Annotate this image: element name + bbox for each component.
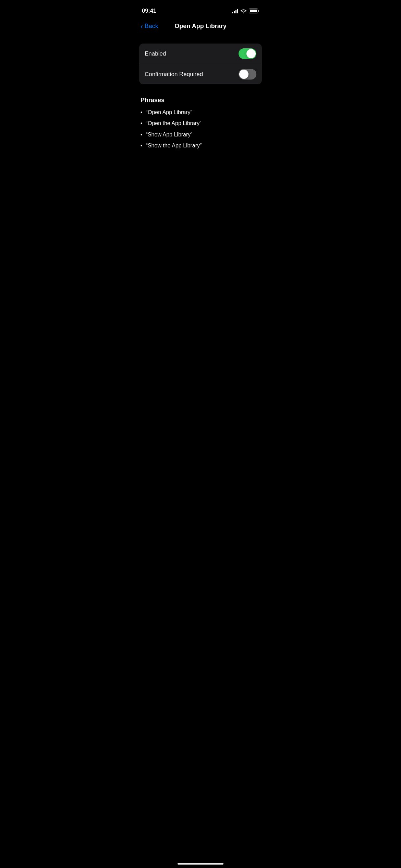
signal-bar-4 (237, 9, 238, 13)
back-label: Back (145, 23, 158, 30)
status-bar: 09:41 100 (134, 0, 267, 17)
phrases-title: Phrases (141, 97, 260, 104)
list-item: • “Show the App Library” (141, 142, 260, 149)
phrases-section: Phrases • “Open App Library” • “Open the… (141, 97, 260, 150)
page-title: Open App Library (174, 23, 226, 30)
battery-icon: 100 (249, 9, 259, 13)
nav-bar: ‹ Back Open App Library (134, 19, 267, 34)
signal-bar-3 (235, 10, 236, 13)
signal-bar-2 (234, 11, 235, 13)
bullet-icon: • (141, 142, 143, 149)
status-icons: 100 (232, 9, 259, 13)
list-item: • “Show App Library” (141, 131, 260, 138)
phrase-text: “Open App Library” (146, 109, 192, 116)
phrase-text: “Open the App Library” (146, 120, 202, 127)
back-button[interactable]: ‹ Back (141, 23, 158, 30)
bullet-icon: • (141, 109, 143, 116)
confirmation-toggle-knob (239, 70, 248, 79)
settings-card: Enabled Confirmation Required (139, 44, 262, 84)
phrase-list: • “Open App Library” • “Open the App Lib… (141, 109, 260, 150)
list-item: • “Open App Library” (141, 109, 260, 116)
confirmation-label: Confirmation Required (145, 71, 203, 78)
bullet-icon: • (141, 120, 143, 127)
confirmation-toggle[interactable] (239, 69, 256, 80)
enabled-row: Enabled (139, 44, 262, 64)
enabled-label: Enabled (145, 50, 166, 57)
signal-bar-1 (232, 12, 233, 13)
phrase-text: “Show the App Library” (146, 142, 202, 149)
signal-icon (232, 9, 238, 13)
phrase-text: “Show App Library” (146, 131, 193, 138)
enabled-toggle[interactable] (239, 48, 256, 59)
wifi-icon (241, 9, 246, 13)
status-time: 09:41 (142, 8, 156, 14)
confirmation-row: Confirmation Required (139, 64, 262, 84)
enabled-toggle-knob (246, 49, 256, 58)
list-item: • “Open the App Library” (141, 120, 260, 127)
bullet-icon: • (141, 131, 143, 138)
back-chevron-icon: ‹ (141, 23, 143, 29)
